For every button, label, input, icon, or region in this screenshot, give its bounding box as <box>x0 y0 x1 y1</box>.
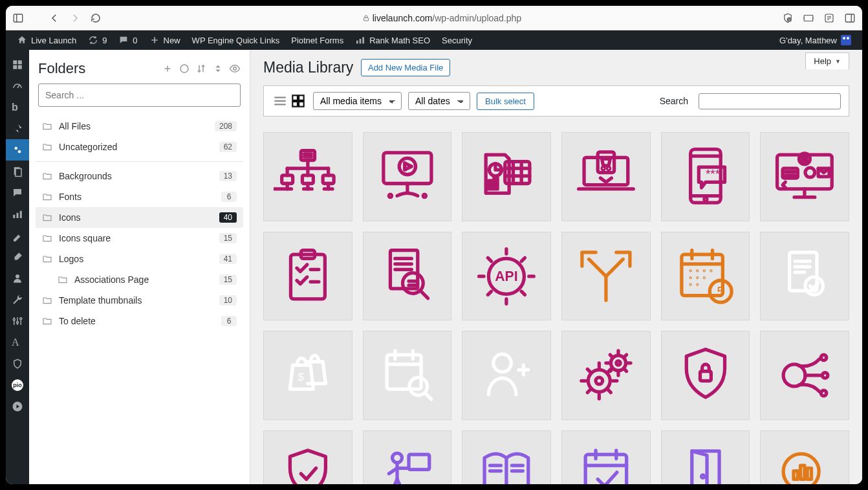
folder-count: 10 <box>219 295 237 306</box>
folder-eye-icon[interactable] <box>229 63 241 74</box>
folder-item[interactable]: Template thumbnails10 <box>36 290 243 311</box>
media-tile[interactable] <box>263 232 353 321</box>
media-tile[interactable] <box>661 430 750 484</box>
media-tile[interactable] <box>661 132 750 221</box>
menu-appearance[interactable] <box>6 225 29 246</box>
menu-tools[interactable] <box>6 289 29 310</box>
menu-shield[interactable] <box>6 353 29 374</box>
ab-wpengine[interactable]: WP Engine Quick Links <box>186 30 286 50</box>
media-tile[interactable] <box>760 232 849 321</box>
folder-filter-icon[interactable] <box>212 63 224 74</box>
folder-search-input[interactable] <box>38 84 241 107</box>
folder-item[interactable]: Fonts6 <box>36 186 243 207</box>
folder-icon <box>42 233 52 243</box>
menu-comments[interactable] <box>6 182 29 203</box>
nav-back-icon[interactable] <box>49 12 60 24</box>
media-tile[interactable] <box>462 331 551 420</box>
folder-item[interactable]: Backgrounds13 <box>36 166 243 186</box>
menu-play[interactable] <box>6 395 29 417</box>
url-path: /wp-admin/upload.php <box>432 13 521 23</box>
menu-b[interactable]: b <box>6 96 29 118</box>
folder-name: Uncategorized <box>59 142 213 152</box>
panel-right-icon[interactable] <box>844 12 856 24</box>
media-tile[interactable] <box>561 331 651 420</box>
folder-count: 208 <box>215 121 237 131</box>
media-tile[interactable] <box>462 132 551 221</box>
url-domain: livelaunch.com <box>373 13 433 23</box>
media-tile[interactable] <box>462 232 551 321</box>
menu-media[interactable] <box>6 139 29 161</box>
url-bar[interactable]: livelaunch.com/wp-admin/upload.php <box>111 13 773 23</box>
menu-pin[interactable] <box>6 118 29 139</box>
folder-item[interactable]: Logos41 <box>36 249 243 269</box>
svg-rect-5 <box>804 15 813 21</box>
media-tile[interactable] <box>363 331 452 420</box>
media-tile[interactable] <box>462 430 551 484</box>
media-tile[interactable] <box>263 132 353 221</box>
ab-updates[interactable]: 9 <box>82 30 113 50</box>
folder-name: All Files <box>59 121 208 131</box>
svg-line-23 <box>17 85 19 88</box>
grid-view-icon[interactable] <box>290 93 307 109</box>
ab-updates-count: 9 <box>102 36 107 45</box>
folder-rename-icon[interactable] <box>179 63 190 74</box>
ab-comments[interactable]: 0 <box>113 30 143 50</box>
bulk-select-button[interactable]: Bulk select <box>477 93 534 110</box>
menu-pio[interactable]: pio <box>6 374 29 395</box>
media-search-input[interactable] <box>699 93 841 109</box>
folder-item[interactable]: Icons square15 <box>36 228 243 249</box>
media-tile[interactable] <box>661 232 750 321</box>
responsive-icon[interactable] <box>803 12 814 24</box>
reader-icon[interactable] <box>823 12 835 24</box>
folder-item[interactable]: Associations Page15 <box>36 269 243 290</box>
folder-item[interactable]: All Files208 <box>36 116 243 137</box>
media-tile[interactable] <box>363 132 452 221</box>
menu-gauge[interactable] <box>6 75 29 96</box>
menu-dashboard[interactable] <box>6 54 29 75</box>
ab-new[interactable]: New <box>144 30 186 50</box>
folder-add-icon[interactable] <box>162 63 173 74</box>
media-tile[interactable] <box>263 430 353 484</box>
media-tile[interactable] <box>561 232 651 321</box>
folders-title: Folders <box>38 60 85 77</box>
shield-icon[interactable] <box>782 12 794 24</box>
menu-users[interactable] <box>6 267 29 289</box>
add-new-button[interactable]: Add New Media File <box>361 59 450 76</box>
ab-rankmath[interactable]: Rank Math SEO <box>349 30 436 50</box>
menu-a[interactable]: A <box>6 331 29 353</box>
folder-name: To delete <box>59 316 215 326</box>
menu-pages[interactable] <box>6 161 29 182</box>
help-tab[interactable]: Help▼ <box>805 52 849 69</box>
media-tile[interactable] <box>363 232 452 321</box>
folder-item[interactable]: To delete6 <box>36 311 243 331</box>
media-tile[interactable] <box>263 331 353 420</box>
folders-panel: Folders All Files208Uncategorized62Backg… <box>29 50 250 484</box>
ab-account[interactable]: G'day, Matthew <box>774 30 857 50</box>
ab-site[interactable]: Live Launch <box>11 30 82 50</box>
ab-piotnet[interactable]: Piotnet Forms <box>285 30 349 50</box>
media-tile[interactable] <box>760 331 849 420</box>
folder-item[interactable]: Uncategorized62 <box>36 137 243 157</box>
sidebar-toggle-icon[interactable] <box>12 12 24 24</box>
wp-adminbar: Live Launch 9 0 New WP Engine Quick Link… <box>6 30 862 50</box>
folder-item[interactable]: Icons40 <box>36 207 243 228</box>
list-view-icon[interactable] <box>272 93 288 109</box>
media-tile[interactable] <box>363 430 452 484</box>
media-tile[interactable] <box>561 132 651 221</box>
filter-type-select[interactable]: All media items <box>313 92 402 110</box>
svg-point-43 <box>233 67 237 71</box>
search-label: Search <box>660 96 688 106</box>
ab-security[interactable]: Security <box>436 30 478 50</box>
filter-date-select[interactable]: All dates <box>408 92 470 110</box>
menu-analytics[interactable] <box>6 203 29 225</box>
media-tile[interactable] <box>760 430 849 484</box>
reload-icon[interactable] <box>90 12 102 24</box>
folder-icon <box>42 142 52 152</box>
media-tile[interactable] <box>661 331 750 420</box>
menu-settings[interactable] <box>6 310 29 331</box>
svg-rect-16 <box>356 41 358 44</box>
menu-brush[interactable] <box>6 246 29 267</box>
media-tile[interactable] <box>561 430 651 484</box>
media-tile[interactable] <box>760 132 849 221</box>
folder-sort-icon[interactable] <box>195 63 207 74</box>
